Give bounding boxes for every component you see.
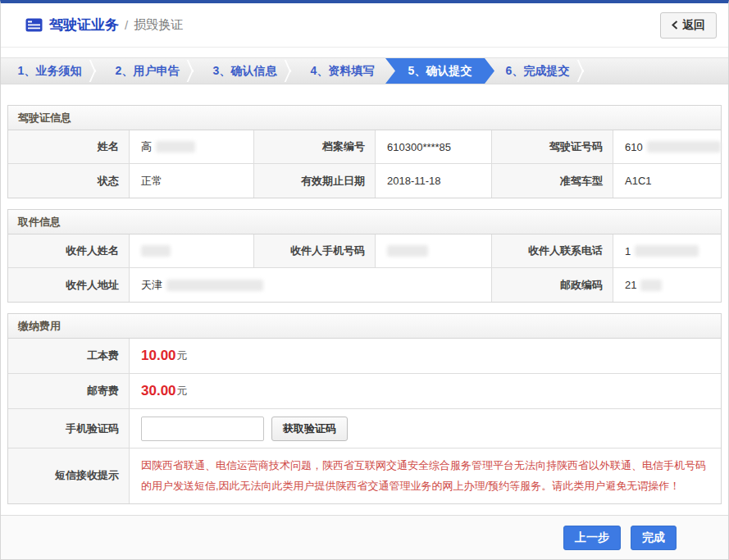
step-nav: 1、业务须知 2、用户申告 3、确认信息 4、资料填写 5、确认提交 6、完成提… [1, 57, 728, 84]
table-row: 收件人地址 天津 邮政编码 21 [8, 268, 721, 302]
step-1-business-notice: 1、业务须知 [1, 58, 98, 84]
sms-code-input[interactable] [141, 417, 264, 441]
step-3-confirm-info: 3、确认信息 [196, 58, 294, 84]
license-info-title: 驾驶证信息 [8, 106, 721, 130]
step-6-complete-submit: 6、完成提交 [489, 58, 586, 84]
redaction-blur [647, 141, 721, 153]
production-fee-row: 工本费 10.00 元 [8, 339, 721, 374]
sms-code-cell: 获取验证码 [130, 409, 721, 448]
production-fee-unit: 元 [177, 348, 188, 363]
table-row: 收件人姓名 收件人手机号码 收件人联系电话 1 [8, 234, 721, 268]
postal-code-value: 21 [613, 268, 721, 302]
vehicle-class-label: 准驾车型 [492, 164, 613, 198]
step-4-fill-data: 4、资料填写 [294, 58, 391, 84]
pickup-info-title: 取件信息 [8, 210, 721, 234]
recipient-name-label: 收件人姓名 [8, 234, 130, 267]
breadcrumb-separator: / [125, 18, 128, 32]
recipient-phone-label: 收件人联系电话 [492, 234, 613, 267]
recipient-address-label: 收件人地址 [8, 268, 130, 302]
mailing-fee-label: 邮寄费 [8, 374, 130, 408]
page-title: 驾驶证业务 [49, 16, 119, 34]
table-row: 姓名 高 档案编号 610300****85 驾驶证号码 610 [8, 130, 721, 164]
previous-step-button[interactable]: 上一步 [563, 526, 621, 550]
chevron-left-icon [672, 20, 678, 30]
mailing-fee-value: 30.00 元 [130, 374, 721, 408]
recipient-mobile-label: 收件人手机号码 [254, 234, 376, 267]
redaction-blur [156, 141, 195, 153]
sms-notice-label: 短信接收提示 [8, 448, 130, 503]
postal-code-label: 邮政编码 [492, 268, 613, 302]
step-2-user-declaration: 2、用户申告 [98, 58, 196, 84]
footer-action-bar: 上一步 完成 [1, 515, 728, 559]
vehicle-class-value: A1C1 [613, 164, 721, 198]
sms-notice-text: 因陕西省联通、电信运营商技术问题，陕西省互联网交通安全综合服务管理平台无法向持陕… [130, 448, 721, 503]
production-fee-label: 工本费 [8, 339, 130, 373]
back-button[interactable]: 返回 [660, 12, 717, 39]
name-label: 姓名 [8, 130, 130, 163]
status-label: 状态 [8, 164, 130, 198]
sms-notice-row: 短信接收提示 因陕西省联通、电信运营商技术问题，陕西省互联网交通安全综合服务管理… [8, 448, 721, 503]
license-info-section: 驾驶证信息 姓名 高 档案编号 610300****85 驾驶证号码 610 状… [7, 105, 722, 198]
get-sms-code-button[interactable]: 获取验证码 [271, 417, 348, 441]
name-value: 高 [130, 130, 254, 163]
table-row: 状态 正常 有效期止日期 2018-11-18 准驾车型 A1C1 [8, 164, 721, 198]
recipient-name-value [130, 234, 254, 267]
redaction-blur [166, 280, 263, 291]
finish-button[interactable]: 完成 [631, 526, 677, 550]
mailing-fee-amount: 30.00 [141, 383, 176, 399]
mailing-fee-row: 邮寄费 30.00 元 [8, 374, 721, 409]
step-5-confirm-submit-active: 5、确认提交 [385, 58, 494, 84]
recipient-mobile-value [376, 234, 492, 267]
redaction-blur [640, 280, 662, 291]
status-value: 正常 [130, 164, 254, 198]
recipient-phone-value: 1 [613, 234, 721, 267]
license-list-icon [25, 18, 43, 32]
back-button-label: 返回 [682, 18, 705, 33]
redaction-blur [635, 245, 699, 257]
production-fee-amount: 10.00 [141, 348, 176, 364]
license-number-label: 驾驶证号码 [492, 130, 613, 163]
fees-title: 缴纳费用 [8, 314, 721, 339]
header: 驾驶证业务 / 损毁换证 返回 [1, 3, 728, 48]
sms-code-label: 手机验证码 [8, 409, 130, 448]
breadcrumb-current: 损毁换证 [134, 17, 183, 33]
fees-section: 缴纳费用 工本费 10.00 元 邮寄费 30.00 元 手机验证码 [7, 313, 722, 504]
recipient-address-value: 天津 [130, 268, 492, 302]
redaction-blur [387, 245, 428, 257]
file-number-label: 档案编号 [254, 130, 376, 163]
valid-until-label: 有效期止日期 [254, 164, 376, 198]
mailing-fee-unit: 元 [177, 384, 188, 398]
main-content: 驾驶证信息 姓名 高 档案编号 610300****85 驾驶证号码 610 状… [1, 84, 728, 504]
pickup-info-section: 取件信息 收件人姓名 收件人手机号码 收件人联系电话 1 收件人地址 [7, 209, 722, 303]
license-number-value: 610 [613, 130, 721, 163]
license-service-panel: 驾驶证业务 / 损毁换证 返回 1、业务须知 2、用户申告 3、确认信息 4、资… [0, 0, 729, 560]
file-number-value: 610300****85 [376, 130, 492, 163]
redaction-blur [141, 245, 171, 257]
production-fee-value: 10.00 元 [130, 339, 721, 373]
valid-until-value: 2018-11-18 [376, 164, 492, 198]
sms-code-row: 手机验证码 获取验证码 [8, 409, 721, 448]
